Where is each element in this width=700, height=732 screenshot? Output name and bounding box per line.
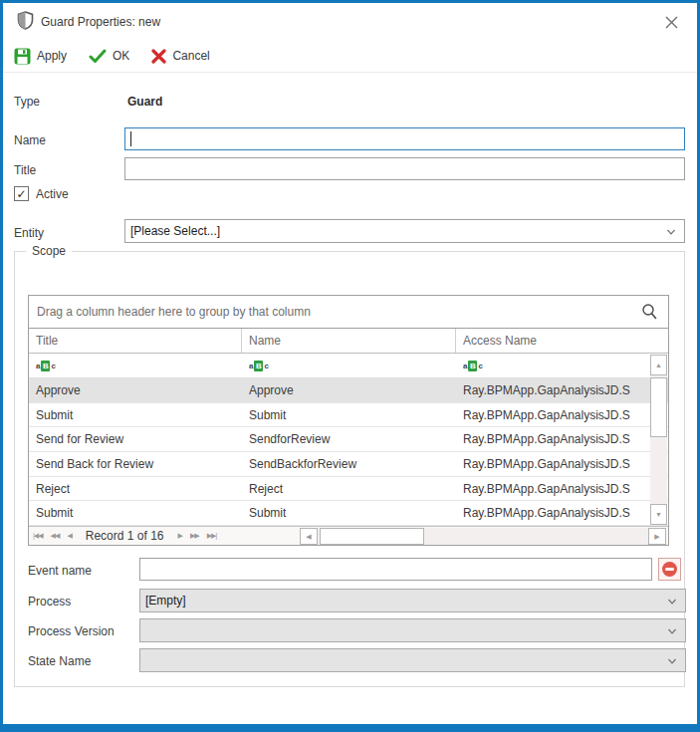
entity-value: [Please Select...] xyxy=(130,224,220,238)
shield-icon xyxy=(17,11,34,34)
text-caret xyxy=(130,131,131,146)
next-record-button[interactable]: ▶ xyxy=(177,532,181,540)
entity-label: Entity xyxy=(14,226,44,240)
close-button[interactable] xyxy=(658,9,684,35)
text-filter-icon: aBc xyxy=(36,361,56,371)
cell-name: Reject xyxy=(242,477,456,501)
prev-record-button[interactable]: ◀ xyxy=(67,532,71,540)
filter-cell-name[interactable]: aBc xyxy=(242,354,456,377)
cell-title: Reject xyxy=(29,477,242,501)
title-bar: Guard Properties: new xyxy=(3,3,697,41)
toolbar: Apply OK Cancel xyxy=(14,43,210,69)
record-status: Record 1 of 16 xyxy=(86,529,164,543)
cell-name: SendforReview xyxy=(242,427,456,451)
apply-button[interactable]: Apply xyxy=(14,48,67,65)
grid-filter-row: aBc aBc aBc xyxy=(29,354,668,378)
cell-name: SendBackforReview xyxy=(242,452,456,476)
record-navigator: |◀◀ ◀◀ ◀ Record 1 of 16 ▶ ▶▶ ▶▶| xyxy=(33,527,216,545)
state-name-dropdown[interactable] xyxy=(139,648,686,672)
horizontal-scrollbar[interactable]: ◀ ▶ xyxy=(300,528,666,545)
cell-access-name: Ray.BPMApp.GapAnalysisJD.S xyxy=(456,378,668,402)
text-filter-icon: aBc xyxy=(463,361,483,371)
entity-dropdown[interactable]: [Please Select...] xyxy=(124,219,685,243)
apply-label: Apply xyxy=(37,49,67,63)
prev-page-button[interactable]: ◀◀ xyxy=(51,532,60,540)
cell-access-name: Ray.BPMApp.GapAnalysisJD.S xyxy=(456,477,668,501)
group-panel-text: Drag a column header here to group by th… xyxy=(29,305,311,319)
table-row[interactable]: Send for Review SendforReview Ray.BPMApp… xyxy=(29,427,668,452)
grid-rows: Approve Approve Ray.BPMApp.GapAnalysisJD… xyxy=(29,378,668,526)
event-name-input[interactable] xyxy=(139,558,652,581)
process-label: Process xyxy=(28,595,71,609)
chevron-down-icon xyxy=(668,627,676,635)
remove-icon xyxy=(662,562,677,577)
filter-cell-access-name[interactable]: aBc xyxy=(456,354,668,377)
chevron-down-icon xyxy=(667,228,675,236)
cell-access-name: Ray.BPMApp.GapAnalysisJD.S xyxy=(456,501,668,525)
filter-cell-title[interactable]: aBc xyxy=(29,354,242,377)
cell-title: Send Back for Review xyxy=(29,452,242,476)
toolbar-separator xyxy=(3,72,697,73)
cell-title: Submit xyxy=(29,501,242,525)
text-filter-icon: aBc xyxy=(249,361,269,371)
cell-title: Send for Review xyxy=(29,427,242,451)
active-label: Active xyxy=(36,187,69,201)
checkmark-icon: ✓ xyxy=(16,187,26,201)
table-row[interactable]: Send Back for Review SendBackforReview R… xyxy=(29,452,668,477)
window-title: Guard Properties: new xyxy=(41,15,160,29)
process-version-label: Process Version xyxy=(28,624,115,638)
scroll-up-button[interactable]: ▲ xyxy=(650,355,667,375)
scroll-down-button[interactable]: ▼ xyxy=(650,504,667,525)
type-value: Guard xyxy=(127,95,162,109)
scroll-left-button[interactable]: ◀ xyxy=(300,528,318,545)
last-record-button[interactable]: ▶▶| xyxy=(207,532,217,540)
cell-access-name: Ray.BPMApp.GapAnalysisJD.S xyxy=(456,403,668,427)
vertical-scrollbar[interactable]: ▲ ▼ xyxy=(650,355,667,525)
process-dropdown[interactable]: [Empty] xyxy=(139,589,686,612)
name-label: Name xyxy=(14,133,46,147)
remove-event-button[interactable] xyxy=(658,558,681,581)
cell-title: Submit xyxy=(29,403,242,427)
cancel-label: Cancel xyxy=(172,49,209,63)
column-header-title[interactable]: Title xyxy=(29,329,242,353)
table-row[interactable]: Submit Submit Ray.BPMApp.GapAnalysisJD.S xyxy=(29,403,668,428)
grid-column-headers: Title Name Access Name xyxy=(29,329,668,354)
event-name-label: Event name xyxy=(28,564,92,578)
cell-access-name: Ray.BPMApp.GapAnalysisJD.S xyxy=(456,452,668,476)
next-page-button[interactable]: ▶▶ xyxy=(190,532,199,540)
close-icon xyxy=(665,16,678,29)
x-icon xyxy=(151,49,166,64)
type-label: Type xyxy=(14,95,40,109)
title-input[interactable] xyxy=(124,157,685,180)
process-value: [Empty] xyxy=(145,594,186,608)
save-icon xyxy=(14,48,31,65)
search-icon[interactable] xyxy=(640,303,658,325)
title-label: Title xyxy=(14,163,36,177)
check-icon xyxy=(89,49,107,64)
record-navigator-row: |◀◀ ◀◀ ◀ Record 1 of 16 ▶ ▶▶ ▶▶| ◀ ▶ xyxy=(29,526,668,545)
vertical-scroll-thumb[interactable] xyxy=(650,377,667,437)
table-row[interactable]: Reject Reject Ray.BPMApp.GapAnalysisJD.S xyxy=(29,477,668,502)
first-record-button[interactable]: |◀◀ xyxy=(33,532,43,540)
group-by-panel[interactable]: Drag a column header here to group by th… xyxy=(29,296,668,329)
active-checkbox[interactable]: ✓ xyxy=(14,186,29,201)
table-row[interactable]: Approve Approve Ray.BPMApp.GapAnalysisJD… xyxy=(29,378,668,403)
ok-label: OK xyxy=(113,49,129,63)
process-version-dropdown[interactable] xyxy=(139,618,686,642)
cell-name: Submit xyxy=(242,501,456,525)
table-row[interactable]: Submit Submit Ray.BPMApp.GapAnalysisJD.S xyxy=(29,501,668,526)
ok-button[interactable]: OK xyxy=(89,49,129,64)
cancel-button[interactable]: Cancel xyxy=(151,49,209,64)
horizontal-scroll-thumb[interactable] xyxy=(320,528,424,545)
chevron-down-icon xyxy=(668,598,676,606)
scroll-right-button[interactable]: ▶ xyxy=(648,528,666,545)
scope-legend: Scope xyxy=(26,244,72,258)
column-header-name[interactable]: Name xyxy=(242,329,456,353)
chevron-down-icon xyxy=(668,657,676,665)
cell-name: Approve xyxy=(242,378,456,402)
column-header-access-name[interactable]: Access Name xyxy=(456,329,668,353)
cell-access-name: Ray.BPMApp.GapAnalysisJD.S xyxy=(456,427,668,451)
name-input[interactable] xyxy=(124,127,685,150)
cell-name: Submit xyxy=(242,403,456,427)
state-name-label: State Name xyxy=(28,654,91,668)
